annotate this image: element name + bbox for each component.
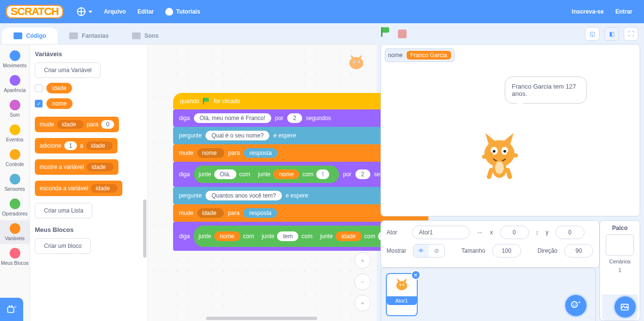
category-operadores[interactable]: Operadores: [0, 196, 29, 219]
sprite-tile-ator1[interactable]: ✕ Ator1: [386, 273, 418, 316]
add-extension-button[interactable]: +: [0, 298, 23, 321]
tab-costumes-label: Fantasias: [82, 32, 108, 39]
join-button[interactable]: Inscreva-se: [566, 0, 610, 23]
show-sprite-button[interactable]: 👁: [413, 245, 429, 257]
y-icon: ↕: [536, 229, 539, 236]
operator-join[interactable]: junte Olá, com junte nome com !: [194, 166, 339, 183]
tutorials-button[interactable]: Tutoriais: [160, 0, 206, 23]
sprite-list: ✕ Ator1 +: [381, 268, 596, 321]
variable-monitor-nome[interactable]: nome Franco Garcia: [385, 48, 454, 62]
tutorials-label: Tutoriais: [176, 8, 200, 15]
zoom-out-button[interactable]: －: [354, 274, 371, 290]
sprite-name-input[interactable]: Ator1: [412, 226, 470, 239]
delete-sprite-button[interactable]: ✕: [411, 270, 421, 280]
x-input[interactable]: 0: [500, 226, 529, 239]
dropdown-variable[interactable]: idade: [87, 163, 113, 171]
reporter-answer[interactable]: resposta: [243, 208, 277, 218]
dropdown-variable[interactable]: idade: [91, 184, 117, 193]
reporter-answer[interactable]: resposta: [244, 148, 278, 158]
label-show: Mostrar: [387, 247, 407, 254]
large-stage-button[interactable]: ◧: [604, 27, 619, 41]
green-flag-button[interactable]: [382, 29, 393, 39]
dropdown-variable[interactable]: idade: [57, 120, 84, 129]
variable-reporter[interactable]: nome: [273, 169, 299, 179]
svg-point-23: [571, 302, 577, 307]
language-menu[interactable]: [71, 0, 98, 23]
direction-input[interactable]: 90: [564, 244, 593, 258]
svg-rect-6: [9, 306, 11, 307]
svg-point-20: [396, 281, 407, 290]
input-value[interactable]: 0: [101, 120, 114, 129]
scratch-logo[interactable]: SCRATCH: [6, 5, 63, 18]
category-label: Controle: [6, 162, 24, 167]
checkbox-nome[interactable]: ✓: [35, 100, 43, 107]
svg-rect-5: [8, 307, 14, 312]
edit-menu[interactable]: Editar: [132, 0, 160, 23]
category-label: Sensores: [4, 186, 25, 192]
category-movimento[interactable]: Movimento: [0, 47, 29, 71]
small-stage-button[interactable]: ◱: [585, 27, 600, 41]
category-eventos[interactable]: Eventos: [0, 122, 29, 145]
workspace-h-scrollbar[interactable]: [206, 317, 317, 320]
block-set-variable[interactable]: mude idade para 0: [35, 117, 119, 132]
block-change-variable[interactable]: adicione 1 a idade: [35, 138, 117, 153]
sprite-watermark: [345, 50, 368, 74]
editor-tabs: Código Fantasias Sons: [0, 23, 377, 45]
file-menu[interactable]: Arquivo: [98, 0, 132, 23]
text-input[interactable]: Qual é o seu nome?: [205, 131, 269, 140]
svg-point-4: [358, 61, 359, 62]
visibility-toggle[interactable]: 👁 ⊘: [413, 244, 445, 258]
chevron-down-icon: [88, 11, 92, 13]
tab-sounds[interactable]: Sons: [120, 28, 170, 44]
make-list-button[interactable]: Criar uma Lista: [35, 203, 92, 218]
category-aparência[interactable]: Aparência: [0, 72, 29, 96]
svg-point-15: [495, 162, 503, 174]
category-variáveis[interactable]: Variáveis: [0, 220, 29, 244]
code-workspace[interactable]: quando for clicado diga Olá, meu nome é …: [148, 45, 377, 321]
category-som[interactable]: Som: [0, 97, 29, 121]
category-color-dot: [10, 100, 20, 110]
signin-button[interactable]: Entrar: [610, 0, 638, 23]
dropdown-variable[interactable]: idade: [197, 208, 224, 218]
stage-selector[interactable]: Palco Cenários 1: [600, 220, 640, 321]
checkbox-idade[interactable]: [35, 84, 43, 92]
add-sprite-button[interactable]: +: [565, 295, 586, 316]
sprite-on-stage[interactable]: [473, 127, 526, 180]
hide-sprite-button[interactable]: ⊘: [429, 245, 444, 257]
category-meus-blocos[interactable]: Meus Blocos: [0, 245, 29, 269]
tab-costumes[interactable]: Fantasias: [58, 28, 120, 44]
zoom-reset-button[interactable]: ＝: [354, 295, 371, 311]
stage-thumbnail[interactable]: [606, 234, 634, 256]
fullscreen-button[interactable]: ⛶: [624, 27, 638, 41]
palette-scrollbar[interactable]: [143, 199, 146, 258]
tab-code[interactable]: Código: [2, 28, 58, 44]
operator-join[interactable]: junte nome com !: [253, 168, 334, 181]
zoom-in-button[interactable]: ＋: [354, 252, 371, 269]
svg-point-12: [493, 150, 496, 153]
text-input[interactable]: Olá, meu nome é Franco!: [194, 113, 271, 123]
make-block-button[interactable]: Criar um bloco: [35, 238, 91, 254]
dropdown-variable[interactable]: nome: [197, 148, 224, 158]
number-input[interactable]: 2: [287, 113, 302, 123]
input-value[interactable]: 1: [64, 141, 77, 150]
dropdown-variable[interactable]: idade: [86, 141, 113, 150]
svg-point-0: [349, 57, 363, 69]
size-input[interactable]: 100: [492, 244, 521, 258]
block-show-variable[interactable]: mostre a variável idade: [35, 159, 118, 175]
backdrops-count: 1: [618, 267, 621, 273]
block-hide-variable[interactable]: esconda a variável idade: [35, 181, 122, 196]
make-variable-button[interactable]: Criar uma Variável: [35, 62, 101, 78]
number-input[interactable]: 2: [355, 169, 370, 179]
stage[interactable]: nome Franco Garcia Franco Garcia tem 127…: [381, 44, 640, 216]
variable-reporter-idade[interactable]: idade: [46, 83, 72, 93]
category-label: Variáveis: [5, 236, 24, 241]
category-color-dot: [10, 174, 20, 184]
svg-rect-16: [486, 168, 494, 180]
add-backdrop-button[interactable]: [615, 296, 636, 318]
stop-button[interactable]: [398, 30, 407, 38]
category-controle[interactable]: Controle: [0, 146, 29, 170]
category-sensores[interactable]: Sensores: [0, 171, 29, 195]
text-input[interactable]: Quantos anos você tem?: [205, 191, 281, 200]
y-input[interactable]: 0: [556, 226, 585, 239]
variable-reporter-nome[interactable]: nome: [46, 98, 73, 109]
